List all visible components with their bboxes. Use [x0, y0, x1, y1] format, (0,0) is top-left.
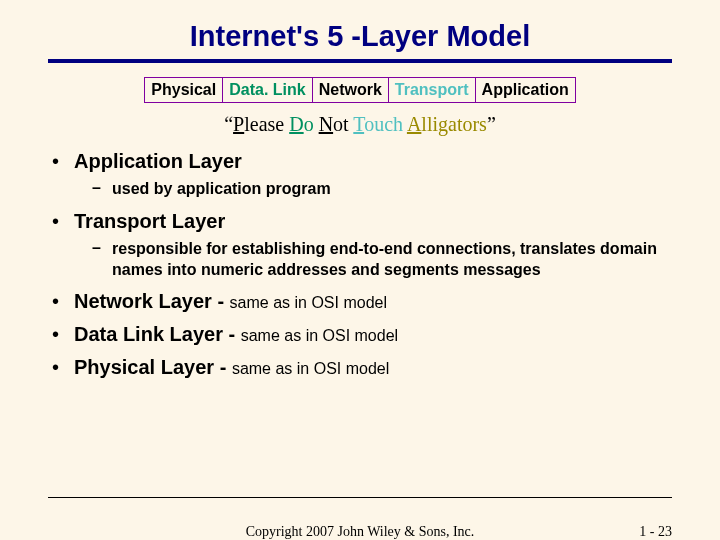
quote-close: ” — [487, 113, 496, 135]
bullet-dot: • — [52, 356, 74, 379]
mnemonic-d-rest: o — [304, 113, 319, 135]
subbullet-application: – used by application program — [92, 179, 668, 200]
bullet-datalink-tail: same as in OSI model — [241, 327, 398, 344]
mnemonic-t: T — [353, 113, 364, 135]
bullet-application-label: Application Layer — [74, 150, 668, 173]
bullet-datalink-label: Data Link Layer - same as in OSI model — [74, 323, 668, 346]
layer-boxes: Physical Data. Link Network Transport Ap… — [0, 77, 720, 103]
slide-body: • Application Layer – used by applicatio… — [52, 150, 668, 379]
bullet-dot: • — [52, 150, 74, 173]
layer-physical: Physical — [144, 77, 223, 103]
bullet-physical-label: Physical Layer - same as in OSI model — [74, 356, 668, 379]
bullet-dash: – — [92, 239, 112, 281]
quote-open: “ — [224, 113, 233, 135]
bullet-physical: • Physical Layer - same as in OSI model — [52, 356, 668, 379]
mnemonic-d: D — [289, 113, 303, 135]
mnemonic-n-rest: ot — [333, 113, 353, 135]
subbullet-transport: – responsible for establishing end-to-en… — [92, 239, 668, 281]
bullet-dot: • — [52, 290, 74, 313]
bullet-physical-head: Physical Layer - — [74, 356, 232, 378]
bullet-dot: • — [52, 210, 74, 233]
mnemonic-a: A — [407, 113, 421, 135]
bullet-application: • Application Layer — [52, 150, 668, 173]
copyright-text: Copyright 2007 John Wiley & Sons, Inc. — [0, 524, 720, 540]
bullet-network-tail: same as in OSI model — [230, 294, 387, 311]
bullet-network-head: Network Layer - — [74, 290, 230, 312]
mnemonic-n: N — [319, 113, 333, 135]
title-underline — [48, 59, 672, 63]
bullet-physical-tail: same as in OSI model — [232, 360, 389, 377]
layer-network: Network — [313, 77, 389, 103]
bullet-network-label: Network Layer - same as in OSI model — [74, 290, 668, 313]
mnemonic-phrase: “Please Do Not Touch Alligators” — [0, 113, 720, 136]
mnemonic-t-rest: ouch — [364, 113, 407, 135]
subbullet-application-text: used by application program — [112, 179, 668, 200]
slide-title: Internet's 5 -Layer Model — [0, 0, 720, 53]
page-number: 1 - 23 — [639, 524, 672, 540]
bullet-transport: • Transport Layer — [52, 210, 668, 233]
layer-application: Application — [476, 77, 576, 103]
mnemonic-a-rest: lligators — [421, 113, 487, 135]
bullet-transport-label: Transport Layer — [74, 210, 668, 233]
bullet-datalink-head: Data Link Layer - — [74, 323, 241, 345]
bullet-network: • Network Layer - same as in OSI model — [52, 290, 668, 313]
mnemonic-p-rest: lease — [244, 113, 289, 135]
layer-datalink: Data. Link — [223, 77, 312, 103]
mnemonic-p: P — [233, 113, 244, 135]
footer-rule — [48, 497, 672, 498]
bullet-dot: • — [52, 323, 74, 346]
bullet-dash: – — [92, 179, 112, 200]
subbullet-transport-text: responsible for establishing end-to-end … — [112, 239, 668, 281]
layer-transport: Transport — [389, 77, 476, 103]
bullet-datalink: • Data Link Layer - same as in OSI model — [52, 323, 668, 346]
